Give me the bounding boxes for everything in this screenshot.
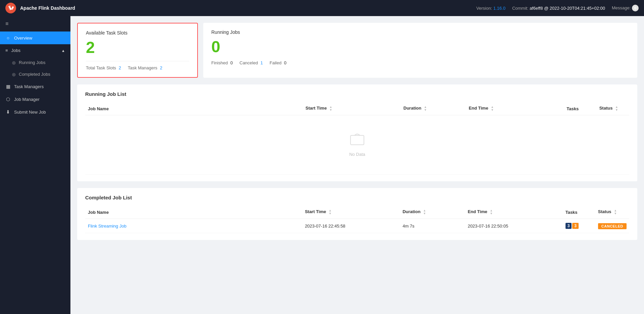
message-badge: 0: [632, 5, 639, 11]
total-task-slots-value: 2: [119, 65, 121, 70]
finished-stat: Finished 0: [211, 60, 233, 65]
sidebar-item-running-jobs[interactable]: ◎ Running Jobs: [0, 57, 70, 68]
running-jobs-icon: ◎: [12, 60, 15, 65]
total-task-slots-stat: Total Task Slots 2: [86, 65, 121, 70]
failed-stat: Failed 0: [270, 60, 286, 65]
running-col-status[interactable]: Status ▲▼: [597, 102, 629, 115]
running-jobs-stats: Finished 0 Canceled 1 Failed 0: [211, 60, 629, 65]
completed-status-sort-icon: ▲▼: [614, 209, 617, 215]
message-info: Message: 0: [612, 5, 639, 11]
sidebar-item-task-managers[interactable]: ▦ Task Managers: [0, 80, 70, 93]
no-data-text: No Data: [349, 152, 365, 157]
completed-job-list-title: Completed Job List: [85, 195, 629, 200]
completed-job-list-section: Completed Job List Job Name Start Time ▲…: [77, 188, 637, 240]
status-sort-icon: ▲▼: [615, 106, 618, 112]
sidebar-overview-label: Overview: [14, 36, 32, 41]
failed-value: 0: [284, 60, 286, 65]
total-task-slots-label: Total Task Slots: [86, 65, 116, 70]
sidebar-jobs-label: Jobs: [11, 48, 20, 53]
no-data-icon: [349, 133, 365, 149]
start-time-cell: 2023-07-16 22:45:58: [302, 219, 400, 233]
job-name-link[interactable]: Flink Streaming Job: [88, 224, 126, 229]
completed-jobs-table: Job Name Start Time ▲▼ Duration ▲▼ End T…: [85, 206, 629, 233]
completed-col-start-time[interactable]: Start Time ▲▼: [302, 206, 400, 219]
running-no-data-cell: No Data: [85, 115, 629, 175]
completed-col-tasks: Tasks: [563, 206, 595, 219]
duration-cell: 4m 7s: [400, 219, 465, 233]
commit-info: Commit: af6eff8 @ 2022-10-20T04:21:45+02…: [512, 6, 605, 11]
running-jobs-card: Running Jobs 0 Finished 0 Canceled 1 Fai…: [203, 23, 637, 78]
running-col-tasks: Tasks: [564, 102, 596, 115]
menu-toggle[interactable]: ≡: [0, 16, 70, 32]
running-jobs-count: 0: [211, 39, 629, 55]
svg-rect-2: [351, 135, 364, 145]
task-managers-icon: ▦: [5, 84, 11, 89]
job-name-cell: Flink Streaming Job: [85, 219, 302, 233]
version-info: Version: 1.16.0: [476, 6, 505, 11]
running-col-end-time[interactable]: End Time ▲▼: [466, 102, 564, 115]
layout: ≡ ○ Overview ≡ Jobs ▲ ◎ Running Jobs ◎ C…: [0, 16, 644, 314]
canceled-label: Canceled: [239, 60, 258, 65]
failed-label: Failed: [270, 60, 281, 65]
sidebar: ≡ ○ Overview ≡ Jobs ▲ ◎ Running Jobs ◎ C…: [0, 16, 70, 314]
canceled-stat: Canceled 1: [239, 60, 263, 65]
submit-job-icon: ⬇: [5, 109, 11, 115]
sidebar-jobs-section[interactable]: ≡ Jobs ▲: [0, 44, 70, 57]
task-slots-card: Available Task Slots 2 Total Task Slots …: [77, 23, 198, 78]
finished-value: 0: [230, 60, 233, 65]
running-col-start-time[interactable]: Start Time ▲▼: [303, 102, 401, 115]
completed-start-time-sort-icon: ▲▼: [329, 209, 332, 215]
main-content: Available Task Slots 2 Total Task Slots …: [70, 16, 644, 314]
finished-label: Finished: [211, 60, 228, 65]
completed-col-status[interactable]: Status ▲▼: [595, 206, 629, 219]
task-managers-label: Task Managers: [128, 65, 157, 70]
top-header: 🐿 Apache Flink Dashboard Version: 1.16.0…: [0, 0, 644, 16]
completed-col-duration[interactable]: Duration ▲▼: [400, 206, 465, 219]
table-row: Flink Streaming Job 2023-07-16 22:45:58 …: [85, 219, 629, 233]
task-slots-title: Available Task Slots: [86, 30, 189, 36]
task-managers-value: 2: [160, 65, 162, 70]
status-cell: CANCELED: [595, 219, 629, 233]
message-label: Message:: [612, 5, 631, 10]
task-slots-stats: Total Task Slots 2 Task Managers 2: [86, 65, 189, 70]
job-manager-icon: ⬡: [5, 97, 11, 102]
completed-end-time-sort-icon: ▲▼: [490, 209, 493, 215]
header-left: 🐿 Apache Flink Dashboard: [5, 3, 75, 13]
version-value: 1.16.0: [493, 6, 505, 11]
running-job-list-title: Running Job List: [85, 91, 629, 97]
commit-label: Commit:: [512, 6, 528, 11]
tasks-orange-badge: 3: [572, 223, 579, 229]
start-time-sort-icon: ▲▼: [329, 106, 332, 112]
running-job-list-section: Running Job List Job Name Start Time ▲▼ …: [77, 84, 637, 181]
sidebar-running-jobs-label: Running Jobs: [19, 60, 46, 65]
jobs-icon: ≡: [5, 48, 8, 53]
sidebar-job-manager-label: Job Manager: [14, 97, 40, 102]
svg-text:🐿: 🐿: [8, 5, 14, 11]
task-managers-stat: Task Managers 2: [128, 65, 162, 70]
overview-icon: ○: [5, 35, 11, 41]
sidebar-item-job-manager[interactable]: ⬡ Job Manager: [0, 93, 70, 106]
completed-col-job-name: Job Name: [85, 206, 302, 219]
sidebar-item-completed-jobs[interactable]: ◎ Completed Jobs: [0, 68, 70, 80]
end-time-sort-icon: ▲▼: [491, 106, 494, 112]
sidebar-completed-jobs-label: Completed Jobs: [19, 72, 50, 77]
tasks-cell: 3 3: [563, 219, 595, 233]
canceled-value: 1: [261, 60, 263, 65]
app-logo: 🐿: [5, 3, 16, 13]
completed-col-end-time[interactable]: End Time ▲▼: [465, 206, 562, 219]
sidebar-submit-job-label: Submit New Job: [14, 110, 46, 115]
sidebar-item-overview[interactable]: ○ Overview: [0, 32, 70, 44]
version-label: Version:: [476, 6, 492, 11]
duration-sort-icon: ▲▼: [424, 106, 427, 112]
end-time-cell: 2023-07-16 22:50:05: [465, 219, 562, 233]
task-slots-count: 2: [86, 40, 189, 56]
running-jobs-table: Job Name Start Time ▲▼ Duration ▲▼ End T…: [85, 102, 629, 175]
running-col-duration[interactable]: Duration ▲▼: [401, 102, 466, 115]
completed-duration-sort-icon: ▲▼: [423, 209, 426, 215]
status-badge: CANCELED: [598, 223, 627, 229]
sidebar-item-submit-new-job[interactable]: ⬇ Submit New Job: [0, 106, 70, 118]
tasks-badge: 3 3: [566, 223, 579, 229]
jobs-chevron-icon: ▲: [61, 49, 65, 53]
completed-jobs-icon: ◎: [12, 72, 15, 77]
app-title: Apache Flink Dashboard: [20, 5, 75, 11]
